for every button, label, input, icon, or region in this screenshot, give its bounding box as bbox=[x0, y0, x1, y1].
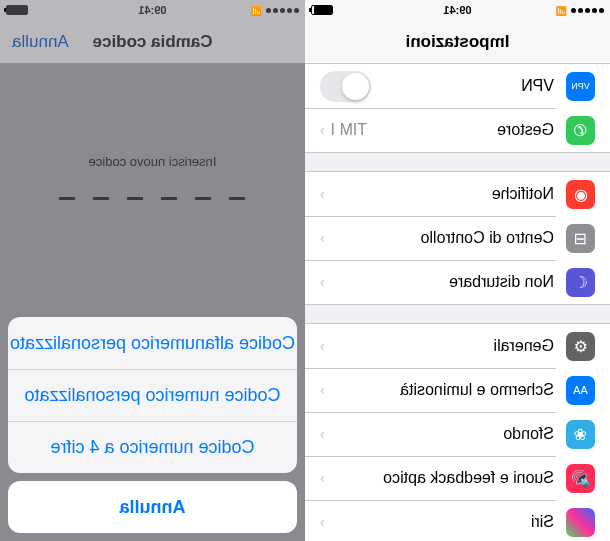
settings-row-non-disturbare[interactable]: ☾Non disturbare› bbox=[305, 260, 610, 304]
settings-screen: 09:41 Impostazioni VPNVPN✆GestoreTIM I›◉… bbox=[305, 0, 610, 541]
row-label: Notifiche bbox=[325, 185, 554, 203]
chevron-right-icon: › bbox=[320, 470, 325, 486]
settings-row-notifiche[interactable]: ◉Notifiche› bbox=[305, 172, 610, 216]
settings-row-centro-di-controllo[interactable]: ⊟Centro di Controllo› bbox=[305, 216, 610, 260]
notifications-icon: ◉ bbox=[566, 180, 595, 209]
chevron-right-icon: › bbox=[320, 230, 325, 246]
action-sheet: Codice alfanumerico personalizzatoCodice… bbox=[8, 317, 297, 533]
siri-icon bbox=[566, 508, 595, 537]
passcode-title: Cambia codice bbox=[93, 32, 213, 52]
row-detail: TIM I bbox=[331, 121, 367, 139]
chevron-right-icon: › bbox=[320, 338, 325, 354]
chevron-right-icon: › bbox=[320, 122, 325, 138]
battery-icon bbox=[311, 5, 333, 15]
settings-title: Impostazioni bbox=[406, 32, 510, 52]
row-label: Non disturbare bbox=[325, 273, 554, 291]
row-label: Centro di Controllo bbox=[325, 229, 554, 247]
battery-icon bbox=[6, 5, 28, 15]
passcode-prompt: Inserisci nuovo codice bbox=[89, 154, 217, 169]
settings-nav-bar: Impostazioni bbox=[305, 20, 610, 64]
vpn-toggle[interactable] bbox=[320, 71, 371, 102]
status-time: 09:41 bbox=[0, 4, 305, 16]
row-label: Siri bbox=[325, 513, 554, 531]
dnd-icon: ☾ bbox=[566, 268, 595, 297]
row-label: Sfondo bbox=[325, 425, 554, 443]
status-bar: 09:41 bbox=[0, 0, 305, 20]
settings-row-suoni-e-feedback-aptico[interactable]: 🔊Suoni e feedback aptico› bbox=[305, 456, 610, 500]
row-label: Schermo e luminosità bbox=[325, 381, 554, 399]
passcode-body: Inserisci nuovo codice Opzioni codice Co… bbox=[0, 64, 305, 541]
row-label: VPN bbox=[371, 77, 554, 95]
row-label: Suoni e feedback aptico bbox=[325, 469, 554, 487]
status-bar: 09:41 bbox=[305, 0, 610, 20]
vpn-icon: VPN bbox=[566, 72, 595, 101]
row-label: Gestore bbox=[367, 121, 554, 139]
chevron-right-icon: › bbox=[320, 382, 325, 398]
settings-list[interactable]: VPNVPN✆GestoreTIM I›◉Notifiche›⊟Centro d… bbox=[305, 64, 610, 541]
display-icon: AA bbox=[566, 376, 595, 405]
passcode-input[interactable] bbox=[60, 197, 246, 200]
settings-row-sfondo[interactable]: ❀Sfondo› bbox=[305, 412, 610, 456]
control-center-icon: ⊟ bbox=[566, 224, 595, 253]
carrier-icon: ✆ bbox=[566, 116, 595, 145]
settings-row-generali[interactable]: ⚙Generali› bbox=[305, 324, 610, 368]
passcode-nav-bar: Cambia codice Annulla bbox=[0, 20, 305, 64]
cancel-button[interactable]: Annulla bbox=[12, 32, 69, 52]
settings-row-siri[interactable]: Siri› bbox=[305, 500, 610, 541]
action-sheet-option-1[interactable]: Codice numerico personalizzato bbox=[8, 369, 297, 421]
chevron-right-icon: › bbox=[320, 514, 325, 530]
chevron-right-icon: › bbox=[320, 186, 325, 202]
status-time: 09:41 bbox=[305, 4, 610, 16]
row-label: Generali bbox=[325, 337, 554, 355]
action-sheet-option-2[interactable]: Codice numerico a 4 cifre bbox=[8, 421, 297, 473]
passcode-screen: 09:41 Cambia codice Annulla Inserisci nu… bbox=[0, 0, 305, 541]
settings-row-schermo-e-luminosità[interactable]: AASchermo e luminosità› bbox=[305, 368, 610, 412]
settings-row-vpn[interactable]: VPNVPN bbox=[305, 64, 610, 108]
chevron-right-icon: › bbox=[320, 426, 325, 442]
general-icon: ⚙ bbox=[566, 332, 595, 361]
wallpaper-icon: ❀ bbox=[566, 420, 595, 449]
action-sheet-option-0[interactable]: Codice alfanumerico personalizzato bbox=[8, 317, 297, 369]
chevron-right-icon: › bbox=[320, 274, 325, 290]
sounds-icon: 🔊 bbox=[566, 464, 595, 493]
action-sheet-cancel[interactable]: Annulla bbox=[8, 481, 297, 533]
settings-row-gestore[interactable]: ✆GestoreTIM I› bbox=[305, 108, 610, 152]
